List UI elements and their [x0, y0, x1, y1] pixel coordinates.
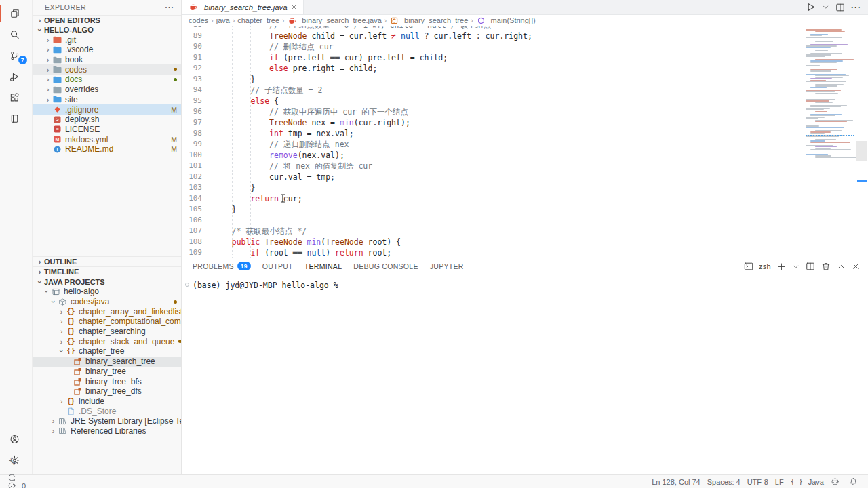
- tree-item-referenced-libraries[interactable]: ›Referenced Libraries: [33, 426, 181, 436]
- code-line-text: }: [213, 182, 255, 193]
- braces-icon: {}: [66, 397, 76, 405]
- git-modified-badge: M: [171, 135, 177, 144]
- shell-name: zsh: [759, 262, 771, 270]
- breadcrumb-item-chapter-tree[interactable]: chapter_tree: [237, 16, 279, 24]
- breadcrumb-item-main-string[interactable]: main(String[]): [476, 16, 536, 24]
- tree-item-binary-search-tree[interactable]: ›binary_search_tree: [33, 357, 181, 367]
- tree-item-chapter-array-and-linkedlist[interactable]: ›{}chapter_array_and_linkedlist: [33, 306, 181, 317]
- panel-tab-bar: PROBLEMS19OUTPUTTERMINALDEBUG CONSOLEJUP…: [182, 258, 868, 274]
- close-panel-button[interactable]: [852, 262, 860, 270]
- activity-bar-item-run-and-debug[interactable]: [0, 66, 33, 87]
- status-cursor-position[interactable]: Ln 128, Col 74: [648, 478, 704, 486]
- panel-tab-label: JUPYTER: [430, 262, 464, 270]
- tree-item-git[interactable]: ›.git: [33, 35, 181, 45]
- tree-item-binary-tree-bfs[interactable]: ›binary_tree_bfs: [33, 376, 181, 386]
- accounts-icon: [9, 435, 20, 443]
- activity-bar-item-extensions[interactable]: [0, 87, 33, 108]
- tree-item-hello-algo[interactable]: ›hello-algo: [33, 287, 181, 297]
- tree-item-chapter-computational-complexity[interactable]: ›{}chapter_computational_complexity: [33, 317, 181, 327]
- panel-tab-label: TERMINAL: [304, 262, 342, 270]
- tree-item-chapter-stack-and-queue[interactable]: ›{}chapter_stack_and_queue: [33, 336, 181, 346]
- tree-item-codes-java[interactable]: ›codes/java: [33, 297, 181, 307]
- workbench: 7 EXPLORER ··· › OPEN EDITORS › HELLO-AL…: [0, 0, 868, 474]
- tree-item-license[interactable]: ›≡LICENSE: [33, 125, 181, 135]
- status-indentation[interactable]: Spaces: 4: [704, 478, 744, 486]
- bottom-panel: PROBLEMS19OUTPUTTERMINALDEBUG CONSOLEJUP…: [182, 258, 868, 474]
- status-sync[interactable]: [4, 474, 51, 482]
- panel-tab-output[interactable]: OUTPUT: [262, 258, 293, 274]
- close-icon[interactable]: [291, 4, 297, 10]
- open-editors-section[interactable]: › OPEN EDITORS: [33, 15, 181, 25]
- terminal-dropdown-chevron-icon[interactable]: [792, 263, 800, 270]
- activity-bar-item-notebook[interactable]: [0, 108, 33, 129]
- status-errors[interactable]: 0: [4, 482, 51, 488]
- split-editor-button[interactable]: [835, 3, 845, 12]
- tree-item-include[interactable]: ›{}include: [33, 396, 181, 407]
- errors-icon: [7, 482, 16, 488]
- minimap[interactable]: [804, 26, 856, 258]
- tree-item-overrides[interactable]: ›overrides: [33, 85, 181, 95]
- terminal[interactable]: (base) jyd@JYD-MBP hello-algo %: [182, 274, 868, 474]
- breadcrumb-item-java[interactable]: java: [216, 16, 230, 24]
- tree-item-mkdocs-yml[interactable]: ›Mmkdocs.ymlM: [33, 134, 181, 144]
- timeline-section[interactable]: › TIMELINE: [33, 266, 181, 277]
- classsym2-icon: [73, 357, 83, 365]
- project-root-section[interactable]: › HELLO-ALGO: [33, 25, 181, 35]
- tab-binary-search-tree[interactable]: binary_search_tree.java: [182, 0, 304, 14]
- tree-item-deploy-sh[interactable]: ›>deploy.sh: [33, 115, 181, 125]
- tree-item-label: binary_tree_dfs: [85, 386, 142, 396]
- breadcrumb-separator: ›: [282, 17, 284, 24]
- breadcrumb-item-binary-search-tree-java[interactable]: binary_search_tree.java: [287, 16, 381, 24]
- tree-item-label: .vscode: [65, 45, 93, 54]
- tree-item-site[interactable]: ›site: [33, 95, 181, 105]
- editor-body: 88 // 当子结点数量 = 0 / 1 时, child = null / 该…: [182, 26, 868, 258]
- sq-icon: ≡: [52, 125, 62, 134]
- run-button[interactable]: [806, 2, 816, 12]
- tree-item-label: chapter_searching: [79, 327, 146, 336]
- status-notifications[interactable]: [846, 478, 864, 486]
- tree-item-binary-tree-dfs[interactable]: ›binary_tree_dfs: [33, 386, 181, 396]
- activity-bar-item-explorer[interactable]: [0, 3, 33, 24]
- status-language-mode[interactable]: { }Java: [787, 478, 827, 486]
- tree-item-ds-store[interactable]: ›.DS_Store: [33, 406, 181, 416]
- tree-item-book[interactable]: ›book: [33, 55, 181, 65]
- panel-tab-terminal[interactable]: TERMINAL: [304, 258, 342, 274]
- more-actions-icon[interactable]: ···: [851, 3, 861, 12]
- outline-section[interactable]: › OUTLINE: [33, 256, 181, 266]
- activity-bar-item-search[interactable]: [0, 24, 33, 45]
- breadcrumb-item-binary-search-tree[interactable]: binary_search_tree: [389, 16, 468, 24]
- tree-item-binary-tree[interactable]: ›binary_tree: [33, 367, 181, 377]
- more-actions-icon[interactable]: ···: [165, 3, 175, 12]
- tree-item-readme-md[interactable]: ›iREADME.mdM: [33, 144, 181, 155]
- run-dropdown-chevron-icon[interactable]: [822, 3, 829, 11]
- panel-tab-jupyter[interactable]: JUPYTER: [430, 258, 464, 274]
- panel-tab-debug-console[interactable]: DEBUG CONSOLE: [353, 258, 418, 274]
- tree-item-chapter-searching[interactable]: ›{}chapter_searching: [33, 327, 181, 337]
- tree-item-jre-system-library-eclipse-temurin-17-17[interactable]: ›JRE System Library [Eclipse Temurin 17 …: [33, 416, 181, 426]
- new-terminal-button[interactable]: [777, 262, 786, 271]
- code-line-text: else pre.right = child;: [213, 63, 377, 74]
- tree-item-docs[interactable]: ›docs: [33, 75, 181, 85]
- classsym2-icon: [73, 387, 83, 395]
- tree-item-vscode[interactable]: ›.vscode: [33, 45, 181, 55]
- kill-terminal-button[interactable]: [821, 262, 831, 271]
- tree-item-gitignore[interactable]: ›.gitignoreM: [33, 104, 181, 115]
- code-editor[interactable]: 88 // 当子结点数量 = 0 / 1 时, child = null / 该…: [182, 26, 804, 258]
- activity-bar-item-source-control[interactable]: 7: [0, 45, 33, 66]
- java-projects-section[interactable]: › JAVA PROJECTS: [33, 277, 181, 287]
- status-encoding[interactable]: UTF-8: [744, 478, 772, 486]
- tree-item-codes[interactable]: ›codes: [33, 64, 181, 75]
- split-terminal-button[interactable]: [806, 262, 815, 271]
- code-line-text: return cur;: [213, 193, 302, 204]
- status-feedback[interactable]: [827, 478, 846, 486]
- editor-scrollbar[interactable]: [856, 26, 868, 258]
- status-end-of-line[interactable]: LF: [772, 478, 787, 486]
- scrollbar-thumb[interactable]: [856, 141, 867, 161]
- panel-tab-problems[interactable]: PROBLEMS19: [193, 258, 251, 274]
- activity-bar-item-accounts[interactable]: [0, 428, 33, 449]
- terminal-shell-selector[interactable]: zsh: [744, 262, 771, 270]
- breadcrumb-item-codes[interactable]: codes: [189, 16, 208, 24]
- tree-item-chapter-tree[interactable]: ›{}chapter_tree: [33, 346, 181, 357]
- maximize-panel-button[interactable]: [837, 262, 846, 271]
- terminal-command-decoration[interactable]: [185, 283, 189, 287]
